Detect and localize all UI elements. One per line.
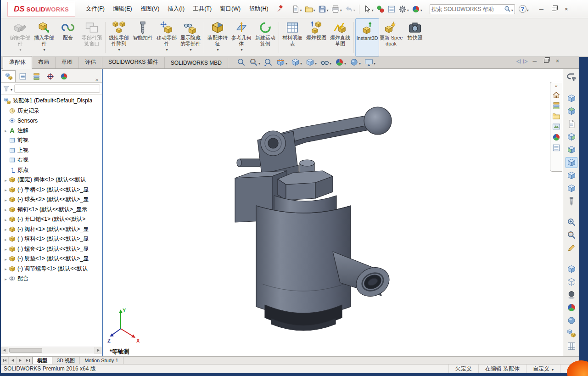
property-manager-tab[interactable] xyxy=(16,70,29,82)
bill-of-materials-button[interactable]: 材料明细表 xyxy=(280,18,304,56)
tree-horizontal-scrollbar[interactable] xyxy=(1,347,102,354)
smart-fasteners-button[interactable]: 智能扣件 xyxy=(131,18,155,56)
component-preview-button[interactable]: 零部件预览窗口 xyxy=(80,18,104,56)
menu-file[interactable]: 文件(F) xyxy=(82,3,109,15)
view-palette-icon[interactable] xyxy=(552,123,560,131)
pane-next-icon[interactable]: ▷ xyxy=(523,58,527,64)
appearance-sphere-icon[interactable] xyxy=(566,302,577,313)
zoom-window-icon[interactable] xyxy=(566,230,577,241)
tree-item-ball-head[interactable]: (-) 球头<2> (默认<<默认>_显 xyxy=(1,195,102,205)
tree-item-packing[interactable]: (-) 填料<1> (默认<<默认>_显 xyxy=(1,234,102,244)
bottom-view-icon[interactable] xyxy=(566,183,577,194)
doc-restore-button[interactable] xyxy=(542,58,551,64)
grid-icon[interactable] xyxy=(566,341,577,352)
display-manager-tab[interactable] xyxy=(57,70,71,82)
material-sphere-icon[interactable] xyxy=(566,315,577,326)
zoom-in-icon[interactable] xyxy=(566,217,577,228)
edit-appearance-button[interactable] xyxy=(334,57,347,67)
shaded-cube-icon[interactable] xyxy=(566,264,577,275)
back-view-icon[interactable] xyxy=(566,170,577,181)
undo-button[interactable] xyxy=(344,4,356,14)
tree-expand-arrow-icon[interactable] xyxy=(3,256,9,262)
graphics-area[interactable]: Y X Z *等轴测 xyxy=(103,69,549,356)
tree-expand-arrow-icon[interactable] xyxy=(3,186,9,193)
tree-expand-arrow-icon[interactable] xyxy=(3,127,9,134)
insert-component-button[interactable]: 插入零部件 xyxy=(32,18,56,56)
pushpin-icon[interactable] xyxy=(276,5,284,13)
tab-mbd[interactable]: SOLIDWORKS MBD xyxy=(165,58,228,68)
right-view-icon[interactable] xyxy=(566,131,577,142)
tab-layout[interactable]: 布局 xyxy=(32,56,56,68)
previous-view-button[interactable] xyxy=(263,57,274,67)
resources-home-icon[interactable] xyxy=(552,91,560,99)
display-style-button[interactable] xyxy=(305,57,318,67)
tab-sketch[interactable]: 草图 xyxy=(56,56,79,68)
filter-dropdown[interactable] xyxy=(10,84,12,93)
move-component-button[interactable]: 移动零部件 xyxy=(155,18,179,56)
display-settings-button[interactable] xyxy=(386,4,397,14)
restore-button[interactable] xyxy=(548,5,560,13)
open-button[interactable] xyxy=(304,4,316,14)
tab-addins[interactable]: SOLIDWORKS 插件 xyxy=(102,56,165,68)
tree-item-annotations[interactable]: 注解 xyxy=(1,126,102,136)
tree-expand-arrow-icon[interactable] xyxy=(3,236,9,242)
view-orientation-button[interactable] xyxy=(290,57,303,67)
rebuild-button[interactable] xyxy=(375,4,386,14)
appearances-icon[interactable] xyxy=(552,133,560,141)
scrollbar-track[interactable] xyxy=(8,347,95,354)
drawing-sheet-icon[interactable] xyxy=(566,118,577,129)
sketch-pencil-icon[interactable] xyxy=(566,242,577,253)
dimxpert-manager-tab[interactable] xyxy=(43,70,57,82)
last-tab-button[interactable] xyxy=(24,357,32,364)
new-motion-study-button[interactable]: 新建运动算例 xyxy=(253,18,277,56)
search-input[interactable] xyxy=(431,6,504,12)
minimize-button[interactable]: ─ xyxy=(535,5,548,13)
section-view-button[interactable] xyxy=(275,57,288,67)
design-library-icon[interactable] xyxy=(552,101,560,110)
pane-previous-icon[interactable]: ◁ xyxy=(516,58,521,64)
configuration-manager-tab[interactable] xyxy=(29,70,43,82)
panel-tabs-overflow-button[interactable]: » xyxy=(93,77,101,82)
tab-model[interactable]: 模型 xyxy=(32,357,52,364)
tree-expand-arrow-icon[interactable] xyxy=(3,177,9,183)
tab-3d-views[interactable]: 3D 视图 xyxy=(52,357,80,364)
tree-item-handle[interactable]: (-) 手柄<1> (默认<<默认>_显 xyxy=(1,185,102,195)
tree-expand-arrow-icon[interactable] xyxy=(3,246,9,252)
hide-show-items-button[interactable] xyxy=(319,57,332,67)
help-button[interactable]: ? xyxy=(519,5,529,13)
tree-item-right-plane[interactable]: 右视 xyxy=(1,155,102,165)
tab-evaluate[interactable]: 评估 xyxy=(79,56,102,68)
menu-insert[interactable]: 插入(I) xyxy=(163,3,189,15)
scroll-right-button[interactable] xyxy=(95,347,102,354)
shadow-sphere-icon[interactable] xyxy=(566,289,577,300)
tree-item-history[interactable]: 历史记录 xyxy=(1,106,102,116)
top-view-icon[interactable] xyxy=(566,106,577,117)
tab-assembly[interactable]: 装配体 xyxy=(3,56,32,69)
zoom-area-button[interactable] xyxy=(248,57,261,67)
file-explorer-icon[interactable] xyxy=(552,112,560,120)
tree-item-valve-body[interactable]: (固定) 阀体<1> (默认<<默认 xyxy=(1,175,102,185)
assembly-features-button[interactable]: 装配体特征 xyxy=(206,18,230,56)
menu-window[interactable]: 窗口(W) xyxy=(216,3,245,15)
appearance-button[interactable] xyxy=(411,4,423,14)
reference-geometry-button[interactable]: 参考几何体 xyxy=(230,18,253,56)
menu-help[interactable]: 帮助(H) xyxy=(245,3,272,15)
left-view-icon[interactable] xyxy=(566,144,577,155)
apply-scene-button[interactable] xyxy=(349,57,362,67)
new-document-button[interactable] xyxy=(291,4,303,14)
update-speedpak-button[interactable]: 更新 Speedpak xyxy=(379,18,403,56)
explode-line-sketch-button[interactable]: 爆炸直线草图 xyxy=(328,18,352,56)
mate-button[interactable]: 配合 xyxy=(56,18,80,56)
feature-manager-tab[interactable] xyxy=(2,70,16,82)
wrench-tool-icon[interactable] xyxy=(566,196,577,207)
first-tab-button[interactable] xyxy=(1,357,9,364)
exploded-view-button[interactable]: 爆炸视图 xyxy=(304,18,328,56)
select-button[interactable] xyxy=(362,4,375,14)
tree-expand-arrow-icon[interactable] xyxy=(3,196,9,203)
instant3d-button[interactable]: Instant3D xyxy=(355,18,379,56)
save-button[interactable] xyxy=(317,4,330,14)
close-button[interactable]: × xyxy=(560,5,572,13)
tree-item-pin[interactable]: 销钉<1> (默认<<默认>_显示 xyxy=(1,205,102,215)
view-settings-button[interactable] xyxy=(364,57,376,67)
previous-tab-button[interactable] xyxy=(9,357,17,364)
